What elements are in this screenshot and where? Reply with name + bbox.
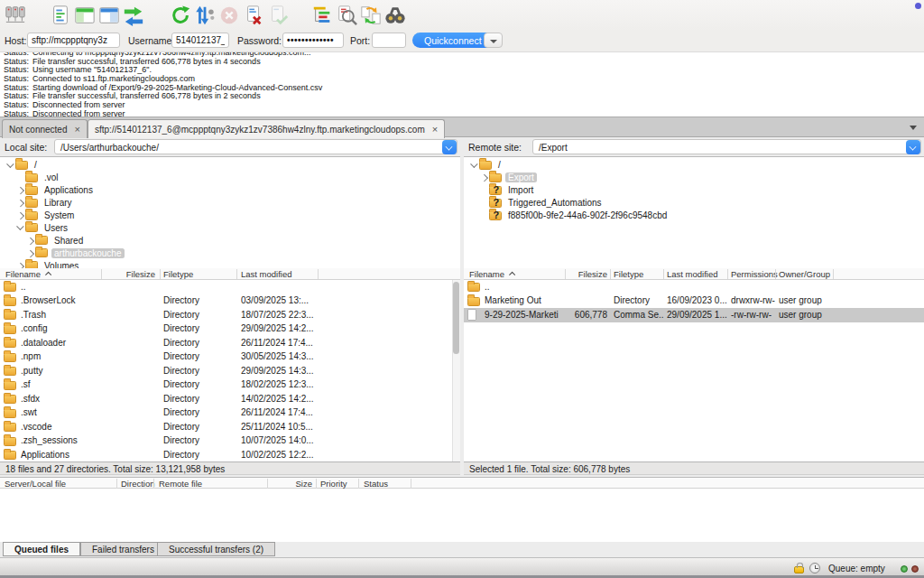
chevron-right-icon[interactable] xyxy=(25,248,35,258)
chevron-down-icon[interactable] xyxy=(469,160,479,170)
tree-item-selected[interactable]: Export xyxy=(464,172,924,184)
transfer-queue-toggle-button[interactable] xyxy=(122,4,145,28)
tab-sftp-connection[interactable]: sftp://514012137_6@mcppptqny3zykz1zv7386… xyxy=(88,119,445,138)
tree-item[interactable]: Applications xyxy=(0,184,460,197)
tab-list-dropdown-icon[interactable] xyxy=(910,126,917,130)
tree-item[interactable]: Import xyxy=(464,184,924,197)
tree-label: f885f00b-9fe2-44a6-902f-2f96c9548cbd xyxy=(505,210,670,220)
tree-item[interactable]: f885f00b-9fe2-44a6-902f-2f96c9548cbd xyxy=(464,210,924,222)
username-input[interactable] xyxy=(171,33,229,48)
lock-icon[interactable] xyxy=(794,566,804,573)
synchronized-browsing-icon xyxy=(360,5,382,26)
directory-listing-filters-button[interactable] xyxy=(310,4,334,28)
remote-site-dropdown-button[interactable] xyxy=(906,140,920,154)
table-row[interactable]: .puttyDirectory29/09/2025 14:3... xyxy=(0,364,460,378)
log-line: Status:Disconnected from server xyxy=(0,101,924,110)
table-row[interactable]: .swtDirectory26/11/2024 17:4... xyxy=(0,406,460,421)
close-icon[interactable]: × xyxy=(432,125,438,134)
chevron-down-icon[interactable] xyxy=(15,223,25,233)
column-header-filetype[interactable]: Filetype xyxy=(614,269,643,279)
message-log-toggle-button[interactable] xyxy=(49,4,72,28)
transfer-queue-header: Server/Local file Direction Remote file … xyxy=(0,477,924,489)
table-row-selected[interactable]: 9-29-2025-Marketi606,778Comma Se..29/09/… xyxy=(464,308,924,322)
table-row[interactable]: .vscodeDirectory25/11/2024 10:5... xyxy=(0,420,460,434)
tree-item[interactable]: Users xyxy=(0,221,460,234)
tab-queued-files[interactable]: Queued files xyxy=(3,542,80,556)
chevron-right-icon[interactable] xyxy=(479,172,489,182)
column-header-size[interactable]: Size xyxy=(271,479,312,489)
disconnect-button[interactable] xyxy=(242,4,265,28)
tree-item[interactable]: Triggered_Automations xyxy=(464,197,924,210)
column-header-filesize[interactable]: Filesize xyxy=(563,269,607,279)
port-input[interactable] xyxy=(372,33,406,48)
column-header-filesize[interactable]: Filesize xyxy=(99,269,155,279)
directory-comparison-button[interactable] xyxy=(383,4,407,28)
table-row[interactable]: .sfdxDirectory14/02/2025 14:2... xyxy=(0,392,460,406)
tab-successful-transfers[interactable]: Successful transfers (2) xyxy=(157,542,275,556)
column-header-last-modified[interactable]: Last modified xyxy=(667,269,718,279)
clock-icon[interactable] xyxy=(809,563,820,573)
tree-item[interactable]: Shared xyxy=(0,234,460,247)
column-header-filename[interactable]: Filename xyxy=(469,269,514,279)
scrollbar-thumb[interactable] xyxy=(453,282,459,354)
table-row[interactable]: .sfDirectory18/02/2025 12:3... xyxy=(0,378,460,393)
table-row[interactable]: .npmDirectory30/05/2025 14:3... xyxy=(0,350,460,365)
local-site-dropdown-button[interactable] xyxy=(442,140,457,154)
tree-item[interactable]: System xyxy=(0,210,460,222)
tree-item-selected[interactable]: arthurbackouche xyxy=(0,247,460,259)
column-header-filename[interactable]: Filename xyxy=(5,269,51,279)
tree-item[interactable]: / xyxy=(464,159,924,172)
column-header-last-modified[interactable]: Last modified xyxy=(241,269,292,279)
local-site-combo[interactable]: /Users/arthurbackouche/ xyxy=(54,139,457,154)
table-row[interactable]: .dataloaderDirectory26/11/2024 17:4... xyxy=(0,336,460,350)
table-row[interactable]: .BrowserLockDirectory03/09/2025 13:... xyxy=(0,294,460,309)
column-header-remote-file[interactable]: Remote file xyxy=(159,479,202,489)
password-input[interactable] xyxy=(282,33,344,48)
tab-failed-transfers[interactable]: Failed transfers xyxy=(80,542,166,556)
folder-icon xyxy=(25,223,38,232)
transfer-queue-list xyxy=(0,489,924,542)
chevron-down-icon[interactable] xyxy=(5,160,15,170)
synchronized-browsing-button[interactable] xyxy=(359,4,383,28)
host-input[interactable] xyxy=(27,33,120,48)
process-queue-button[interactable] xyxy=(193,4,217,28)
column-header-filetype[interactable]: Filetype xyxy=(163,269,193,279)
tree-label: Applications xyxy=(42,185,96,195)
sort-ascending-icon xyxy=(45,272,51,277)
column-header-direction[interactable]: Direction xyxy=(121,479,155,489)
close-icon[interactable]: × xyxy=(75,125,80,134)
tree-item[interactable]: Library xyxy=(0,197,460,210)
table-row[interactable]: Marketing OutDirectory16/09/2023 0...drw… xyxy=(464,294,924,309)
file-search-button[interactable] xyxy=(335,4,358,28)
chevron-right-icon[interactable] xyxy=(15,210,25,220)
local-treeview-toggle-button[interactable] xyxy=(73,4,97,28)
remote-treeview-toggle-button[interactable] xyxy=(97,4,121,28)
site-manager-button[interactable] xyxy=(4,4,27,28)
table-row[interactable]: ApplicationsDirectory10/02/2025 12:2... xyxy=(0,448,460,461)
table-row[interactable]: .. xyxy=(0,280,460,294)
tree-item[interactable]: .vol xyxy=(0,172,460,184)
column-header-status[interactable]: Status xyxy=(364,479,388,489)
password-label: Password: xyxy=(237,35,282,46)
reconnect-button[interactable] xyxy=(266,4,290,28)
table-row[interactable]: .TrashDirectory18/07/2025 22:3... xyxy=(0,308,460,322)
folder-icon xyxy=(4,409,16,418)
tab-not-connected[interactable]: Not connected× xyxy=(2,119,88,138)
table-row[interactable]: .configDirectory29/09/2025 14:2... xyxy=(0,322,460,337)
chevron-right-icon[interactable] xyxy=(25,236,35,246)
refresh-button[interactable] xyxy=(169,4,192,28)
column-header-owner-group[interactable]: Owner/Group xyxy=(779,269,830,279)
column-header-server-local-file[interactable]: Server/Local file xyxy=(5,479,66,489)
cancel-operation-button[interactable] xyxy=(217,4,241,28)
table-row[interactable]: .zsh_sessionsDirectory10/07/2025 14:0... xyxy=(0,434,460,449)
column-header-priority[interactable]: Priority xyxy=(320,479,347,489)
remote-site-combo[interactable]: /Export xyxy=(532,139,921,154)
quickconnect-button[interactable]: Quickconnect xyxy=(412,33,494,48)
scrollbar[interactable] xyxy=(452,280,460,461)
table-row[interactable]: .. xyxy=(464,280,924,294)
column-header-permissions[interactable]: Permissions xyxy=(731,269,778,279)
tree-item[interactable]: / xyxy=(0,159,460,172)
quickconnect-dropdown-button[interactable] xyxy=(484,33,503,48)
chevron-right-icon[interactable] xyxy=(15,198,25,208)
chevron-right-icon[interactable] xyxy=(15,185,25,195)
